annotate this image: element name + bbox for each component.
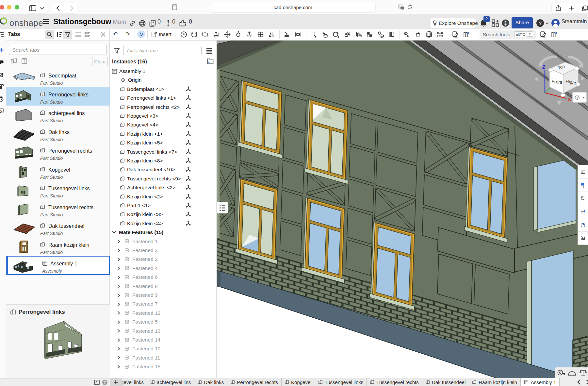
tab-row-dak-links[interactable]: Dak links Part Studio — [6, 125, 110, 143]
flyout-tool-2[interactable] — [578, 192, 588, 205]
help-button[interactable]: ? — [536, 19, 544, 27]
tree-instance-row[interactable]: Kopgevel <3> — [120, 112, 215, 120]
explore-onshape-button[interactable]: Explore Onshape — [430, 18, 476, 28]
translate-icon[interactable]: Ax — [398, 5, 404, 10]
tree-mate-row[interactable]: Fastened 9 — [117, 291, 212, 299]
tree-mate-row[interactable]: Fastened 1 — [117, 237, 212, 246]
tab-row-tussengevel-links[interactable]: Tussengevel links Part Studio — [6, 181, 110, 200]
toolbar-target-icon[interactable] — [257, 31, 264, 38]
flyout-tool-3[interactable] — [578, 205, 588, 219]
tab-row-dak-tussendeel[interactable]: Dak tussendeel Part Studio — [6, 218, 110, 237]
bottom-tab-perrongevel-rechts[interactable]: Perrongevel rechts — [227, 378, 282, 386]
traffic-close[interactable] — [0, 5, 4, 9]
globe-icon[interactable] — [139, 20, 146, 27]
flyout-tool-0[interactable] — [578, 165, 588, 179]
close-panel-icon[interactable] — [101, 32, 106, 37]
filter-assembly-icon[interactable] — [21, 58, 28, 64]
tab-overview-icon[interactable] — [582, 6, 588, 11]
tree-mate-row[interactable]: Fastened 10 — [117, 344, 212, 353]
instances-list-icon[interactable] — [206, 48, 212, 54]
url-bar[interactable]: cad.onshape.com — [210, 2, 376, 13]
toolbar-fit-icon[interactable] — [295, 31, 302, 38]
feature-list-handle[interactable] — [217, 202, 228, 213]
tree-instance-row[interactable]: Achtergevel links <2> — [120, 183, 215, 192]
bottom-tab-achtergevel-lins[interactable]: achtergevel lins — [147, 378, 194, 386]
rail-comment-icon[interactable] — [0, 60, 4, 64]
rail-chat-q-icon[interactable]: Q — [0, 109, 4, 113]
tree-mate-row[interactable]: Fastened 4 — [117, 264, 212, 273]
bottom-tab-kopgevel[interactable]: Kopgevel — [282, 378, 315, 386]
rail-timer-icon[interactable] — [0, 96, 4, 102]
tree-mate-row[interactable]: Fastened 12 — [117, 309, 212, 317]
toolbar-comb-icon[interactable] — [426, 31, 433, 38]
bottom-tab-tussengevel-rechts[interactable]: Tussengevel rechts — [367, 378, 422, 386]
tab-row-achtergevel-lins[interactable]: achtergevel lins Part Studio — [6, 106, 110, 125]
mate-connector-icon[interactable] — [186, 194, 191, 199]
toolbar-colplus-icon[interactable] — [463, 31, 470, 38]
tree-mate-row[interactable]: Fastened 3 — [117, 246, 212, 255]
share-icon[interactable] — [556, 5, 561, 11]
insert-icon[interactable] — [151, 31, 157, 38]
sort-icon[interactable] — [56, 32, 62, 38]
like-icon[interactable] — [179, 20, 187, 26]
toolbar-cyl-icon[interactable] — [191, 31, 198, 38]
bottom-tab-assembly-1[interactable]: Assembly 1 — [521, 378, 560, 386]
flyout-tool-1[interactable] — [578, 179, 588, 192]
search-tabs-input[interactable]: Search tabs — [9, 45, 107, 55]
tabs-scroll-right[interactable] — [586, 379, 588, 385]
toolbar-colplus-icon[interactable] — [551, 31, 558, 38]
view-cube[interactable]: Z X Y Top Front Right — [531, 47, 588, 112]
mate-connector-icon[interactable] — [186, 203, 191, 208]
onshape-logo-icon[interactable] — [0, 17, 8, 26]
undo-icon[interactable]: ↶ — [113, 31, 118, 37]
mate-connector-icon[interactable] — [186, 149, 191, 155]
toolbar-gearstar-icon[interactable] — [415, 31, 421, 38]
onshape-wordmark[interactable]: onshape — [9, 18, 43, 28]
tabs-search-toggle[interactable] — [45, 30, 54, 39]
add-tab-button[interactable] — [113, 380, 118, 385]
search-tools[interactable]: Search tools... alt/⌥ c — [480, 30, 536, 39]
bottom-tab-dak-tussendeel[interactable]: Dak tussendeel — [422, 378, 469, 386]
tree-instance-row[interactable]: Dak tussendeel <10> — [120, 165, 215, 174]
rail-tree-icon[interactable] — [0, 32, 4, 37]
tree-mate-row[interactable]: Fastened 15 — [117, 362, 212, 371]
toolbar-lshape-icon[interactable] — [355, 31, 362, 38]
tree-instance-row[interactable]: Kozijn klein <8> — [120, 157, 215, 165]
tree-instance-row[interactable]: Bodemplaat <1> — [120, 85, 215, 93]
mate-connector-icon[interactable] — [186, 113, 191, 119]
toolbar-free-icon[interactable] — [235, 31, 242, 38]
flyout-tool-5[interactable] — [578, 232, 588, 245]
toolbar-gearcyl-icon[interactable] — [377, 31, 384, 38]
tabs-scroll-left[interactable] — [577, 379, 580, 385]
tree-instance-row[interactable]: Kozijn klein <2> — [120, 193, 215, 201]
bottom-tab-perrongevel-links[interactable]: Perrongevel links — [122, 378, 147, 386]
toolbar-toggles-icon[interactable] — [437, 31, 444, 38]
view-menu-button[interactable] — [572, 92, 587, 103]
tree-mate-row[interactable]: Fastened 2 — [117, 255, 212, 263]
tree-instance-row[interactable]: Kopgevel <4> — [120, 121, 215, 129]
tab-row-bodemplaat[interactable]: Bodemplaat Part Studio — [6, 68, 110, 87]
tree-instance-row[interactable]: Perrongevel rechts <2> — [120, 103, 215, 111]
mass-properties-icon[interactable] — [580, 369, 587, 376]
sync-status-icon[interactable]: ↻ — [137, 30, 145, 38]
forward-button[interactable] — [70, 6, 74, 11]
tree-mate-row[interactable]: Fastened 14 — [117, 336, 212, 344]
document-title[interactable]: Stationsgebouw — [53, 17, 111, 26]
tree-instance-row[interactable]: Perrongevel links <1> — [120, 94, 215, 102]
tree-mate-row[interactable]: Fastened 5 — [117, 318, 212, 326]
detail-view-icon[interactable] — [84, 32, 90, 37]
tab-row-assembly-1[interactable]: Assembly 1 Assembly — [6, 256, 110, 275]
toolbar-mirror-icon[interactable] — [268, 31, 275, 38]
dock-panel-icon[interactable] — [94, 380, 100, 385]
clear-filters-button[interactable]: Clear — [92, 57, 108, 66]
insert-label[interactable]: Insert — [159, 31, 172, 37]
back-button[interactable] — [56, 6, 60, 11]
toolbar-move-icon[interactable] — [224, 31, 231, 38]
app-grid-icon[interactable] — [492, 19, 499, 27]
versions-icon[interactable] — [167, 20, 170, 27]
help-footer-icon[interactable]: ? — [102, 380, 107, 385]
toolbar-sheetpen-icon[interactable] — [540, 31, 547, 38]
tabs-filter-toggle[interactable] — [63, 30, 72, 39]
tab-row-perrongevel-rechts[interactable]: Perrongevel rechts Part Studio — [6, 143, 110, 162]
rail-lock-icon[interactable]: ? — [0, 84, 4, 89]
